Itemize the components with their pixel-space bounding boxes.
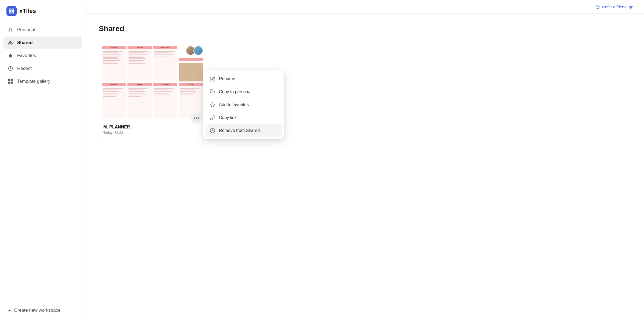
person-icon [8,27,13,33]
menu-copy-link-label: Copy link [219,115,237,120]
card-title: M. PLANNER [103,125,202,130]
app-logo-icon[interactable] [6,6,17,16]
create-workspace-label: Create new workspace [14,308,61,313]
nav-menu: Personal Shared Favorites [0,24,86,88]
svg-rect-6 [8,82,10,84]
grid-icon [8,78,13,84]
preview-tuesday: TUESDAY [127,46,152,81]
svg-rect-5 [11,79,13,81]
page-title: Shared [99,24,631,33]
menu-item-rename[interactable]: Rename [206,73,282,85]
preview-wednesday: WEDNESDAY [153,46,178,81]
svg-point-2 [11,41,12,42]
sidebar-item-shared[interactable]: Shared [3,37,82,49]
sidebar-item-personal[interactable]: Personal [3,24,82,36]
menu-item-copy-personal[interactable]: Copy to personal [206,85,282,98]
sidebar-item-recent[interactable]: Recent [3,62,82,75]
people-icon [8,40,13,46]
card-date: Today, 23:23 [103,131,202,135]
app-name: xTiles [19,8,36,15]
svg-rect-4 [8,79,10,81]
clock-icon [8,66,13,71]
svg-point-0 [10,28,12,30]
sidebar-item-personal-label: Personal [17,27,35,33]
workspace-card[interactable]: MONDAY [99,43,206,139]
context-menu: Rename Copy to personal Add to favorites [203,70,284,139]
link-icon [210,115,215,120]
svg-rect-9 [212,91,215,94]
content-area: Shared MONDAY [86,14,644,151]
preview-monday: MONDAY [102,46,126,81]
svg-marker-10 [210,103,215,107]
menu-item-remove-shared[interactable]: Remove from Shared [206,124,282,137]
plus-icon: + [8,307,11,314]
sidebar-item-favorites[interactable]: Favorites [3,49,82,62]
menu-copy-personal-label: Copy to personal [219,89,251,94]
preview-photos [179,46,203,81]
logo-area: xTiles [0,0,86,24]
menu-add-favorites-label: Add to favorites [219,102,249,107]
refer-text: Refer a friend, ge [602,5,633,9]
star-icon [8,53,13,59]
menu-item-add-favorites[interactable]: Add to favorites [206,98,282,111]
preview-saturday: SATURDAY [153,83,178,119]
sidebar-item-favorites-label: Favorites [17,53,36,58]
card-preview: MONDAY [99,43,206,121]
remove-icon [210,128,215,133]
sidebar-item-template-gallery[interactable]: Template gallery [3,75,82,88]
svg-point-1 [9,41,11,43]
more-options-button[interactable]: ••• [191,113,202,124]
menu-item-copy-link[interactable]: Copy link [206,111,282,124]
star-outline-icon [210,102,215,107]
preview-friday: FRIDAY [127,83,152,119]
create-workspace-button[interactable]: + Create new workspace [0,303,86,318]
preview-sunday: SUNDAY [179,83,203,119]
svg-rect-7 [11,82,13,84]
card-footer: M. PLANNER Today, 23:23 [99,121,206,139]
copy-icon [210,89,215,95]
menu-remove-shared-label: Remove from Shared [219,128,260,133]
pencil-icon [210,76,215,82]
sidebar-item-recent-label: Recent [17,66,32,71]
header-bar: Refer a friend, ge [86,0,644,14]
sidebar: xTiles Personal Shared [0,0,86,323]
menu-rename-label: Rename [219,77,235,81]
sidebar-item-shared-label: Shared [17,40,33,45]
sidebar-item-template-gallery-label: Template gallery [17,79,50,84]
preview-thursday: THURSDAY [102,83,126,119]
main-content: Refer a friend, ge Shared MONDAY [86,0,644,323]
card-container: MONDAY [99,43,206,139]
refer-friend-link[interactable]: Refer a friend, ge [595,4,633,9]
